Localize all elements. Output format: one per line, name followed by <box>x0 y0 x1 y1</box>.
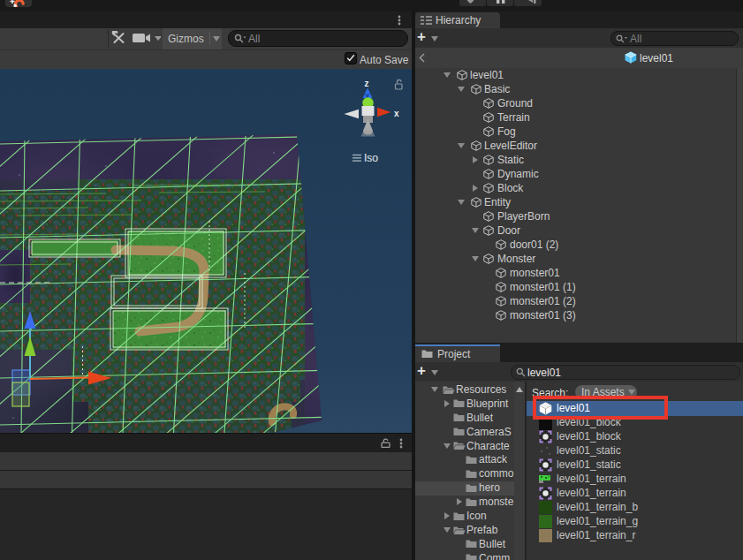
svg-text:x: x <box>394 109 399 118</box>
svg-text:z: z <box>365 79 369 88</box>
svg-text:Iso: Iso <box>364 152 378 164</box>
